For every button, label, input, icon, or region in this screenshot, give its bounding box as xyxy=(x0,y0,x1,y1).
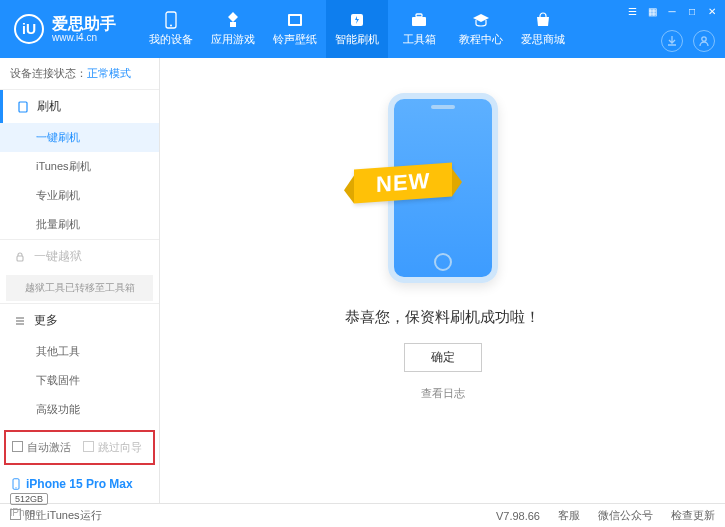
sidebar-item-pro-flash[interactable]: 专业刷机 xyxy=(0,181,159,210)
auto-activate-checkbox[interactable]: 自动激活 xyxy=(12,440,71,455)
support-link[interactable]: 客服 xyxy=(558,508,580,523)
sidebar-section-jailbreak: 一键越狱 xyxy=(0,240,159,273)
app-title: 爱思助手 xyxy=(52,15,116,33)
nav-tutorial[interactable]: 教程中心 xyxy=(450,0,512,58)
apps-icon xyxy=(223,11,243,29)
section-title: 一键越狱 xyxy=(34,248,82,265)
lock-section-icon xyxy=(14,251,26,263)
block-itunes-checkbox[interactable]: 阻止iTunes运行 xyxy=(10,508,102,523)
wechat-link[interactable]: 微信公众号 xyxy=(598,508,653,523)
store-icon xyxy=(533,11,553,29)
sidebar-item-advanced[interactable]: 高级功能 xyxy=(0,395,159,424)
app-subtitle: www.i4.cn xyxy=(52,32,116,43)
sidebar-item-oneclick-flash[interactable]: 一键刷机 xyxy=(0,123,159,152)
menu-icon[interactable]: ☰ xyxy=(625,4,639,18)
phone-icon xyxy=(161,11,181,29)
flash-section-icon xyxy=(17,101,29,113)
sidebar-item-itunes-flash[interactable]: iTunes刷机 xyxy=(0,152,159,181)
sidebar: 设备连接状态：正常模式 刷机 一键刷机 iTunes刷机 专业刷机 批量刷机 一… xyxy=(0,58,160,503)
window-controls: ☰ ▦ ─ □ ✕ xyxy=(625,4,719,18)
ok-button[interactable]: 确定 xyxy=(404,343,482,372)
svg-rect-5 xyxy=(412,17,426,26)
nav-flash[interactable]: 智能刷机 xyxy=(326,0,388,58)
sidebar-section-flash[interactable]: 刷机 xyxy=(0,90,159,123)
close-icon[interactable]: ✕ xyxy=(705,4,719,18)
checkbox-label: 阻止iTunes运行 xyxy=(25,509,102,521)
user-icon[interactable] xyxy=(693,30,715,52)
success-message: 恭喜您，保资料刷机成功啦！ xyxy=(345,308,540,327)
skip-guide-checkbox: 跳过向导 xyxy=(83,440,142,455)
checkbox-label: 自动激活 xyxy=(27,441,71,453)
check-update-link[interactable]: 检查更新 xyxy=(671,508,715,523)
app-header: iU 爱思助手 www.i4.cn 我的设备 应用游戏 铃声壁纸 智能刷机 工具… xyxy=(0,0,725,58)
nav-label: 智能刷机 xyxy=(335,32,379,47)
sidebar-section-more[interactable]: 更多 xyxy=(0,304,159,337)
version-label: V7.98.66 xyxy=(496,510,540,522)
nav-label: 教程中心 xyxy=(459,32,503,47)
toolbox-icon xyxy=(409,11,429,29)
nav-label: 应用游戏 xyxy=(211,32,255,47)
options-highlight-box: 自动激活 跳过向导 xyxy=(4,430,155,465)
graduation-icon xyxy=(471,11,491,29)
svg-rect-9 xyxy=(17,256,23,261)
app-logo: iU 爱思助手 www.i4.cn xyxy=(0,14,130,44)
nav-my-device[interactable]: 我的设备 xyxy=(140,0,202,58)
flash-icon xyxy=(347,11,367,29)
lock-icon[interactable]: ▦ xyxy=(645,4,659,18)
device-name: iPhone 15 Pro Max xyxy=(26,477,133,491)
svg-rect-6 xyxy=(416,14,422,17)
nav-label: 我的设备 xyxy=(149,32,193,47)
sidebar-item-download-firmware[interactable]: 下载固件 xyxy=(0,366,159,395)
minimize-icon[interactable]: ─ xyxy=(665,4,679,18)
status-value: 正常模式 xyxy=(87,67,131,79)
device-storage: 512GB xyxy=(10,493,48,505)
nav-toolbox[interactable]: 工具箱 xyxy=(388,0,450,58)
new-ribbon: NEW xyxy=(354,163,452,204)
svg-point-7 xyxy=(702,37,706,41)
top-nav: 我的设备 应用游戏 铃声壁纸 智能刷机 工具箱 教程中心 爱思商城 xyxy=(140,0,574,58)
sidebar-item-batch-flash[interactable]: 批量刷机 xyxy=(0,210,159,239)
header-action-circles xyxy=(661,30,715,52)
main-panel: NEW 恭喜您，保资料刷机成功啦！ 确定 查看日志 xyxy=(160,58,725,503)
connection-status: 设备连接状态：正常模式 xyxy=(0,58,159,89)
section-title: 刷机 xyxy=(37,98,61,115)
svg-point-11 xyxy=(15,487,16,488)
status-label: 设备连接状态： xyxy=(10,67,87,79)
logo-badge-icon: iU xyxy=(14,14,44,44)
checkbox-label: 跳过向导 xyxy=(98,441,142,453)
maximize-icon[interactable]: □ xyxy=(685,4,699,18)
download-icon[interactable] xyxy=(661,30,683,52)
nav-label: 铃声壁纸 xyxy=(273,32,317,47)
success-illustration: NEW xyxy=(368,88,518,288)
wallpaper-icon xyxy=(285,11,305,29)
nav-apps[interactable]: 应用游戏 xyxy=(202,0,264,58)
svg-rect-3 xyxy=(290,16,300,24)
nav-store[interactable]: 爱思商城 xyxy=(512,0,574,58)
nav-label: 爱思商城 xyxy=(521,32,565,47)
nav-label: 工具箱 xyxy=(403,32,436,47)
view-log-link[interactable]: 查看日志 xyxy=(421,386,465,401)
section-title: 更多 xyxy=(34,312,58,329)
nav-ringtone[interactable]: 铃声壁纸 xyxy=(264,0,326,58)
device-phone-icon xyxy=(10,478,22,490)
svg-rect-8 xyxy=(19,102,27,112)
more-section-icon xyxy=(14,315,26,327)
sidebar-item-other-tools[interactable]: 其他工具 xyxy=(0,337,159,366)
jailbreak-moved-note: 越狱工具已转移至工具箱 xyxy=(6,275,153,301)
svg-point-1 xyxy=(170,25,172,27)
